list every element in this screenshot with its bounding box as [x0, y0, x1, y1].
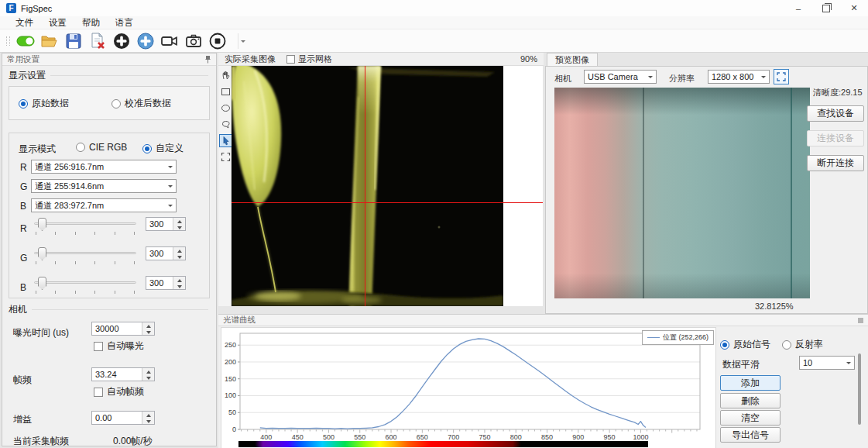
- menu-bar: 文件 设置 帮助 语言: [0, 16, 868, 29]
- spin-down-icon[interactable]: [173, 254, 185, 261]
- remove-button[interactable]: 删除: [720, 393, 781, 408]
- spin-up-icon[interactable]: [173, 247, 185, 254]
- select-tool-button[interactable]: [219, 134, 232, 147]
- auto-framerate-checkbox[interactable]: 自动帧频: [94, 385, 144, 398]
- menu-language[interactable]: 语言: [108, 17, 141, 29]
- spinner-arrows[interactable]: [142, 368, 154, 381]
- radio-reflectance[interactable]: 反射率: [782, 338, 823, 351]
- add-dark-button[interactable]: [111, 31, 132, 51]
- channel-r-select[interactable]: 通道 256:916.7nm: [31, 160, 177, 174]
- display-mode-label: 显示模式: [19, 143, 56, 156]
- auto-framerate-label: 自动帧频: [107, 385, 144, 398]
- framerate-value: 33.24: [92, 368, 142, 381]
- spinner-arrows[interactable]: [173, 247, 185, 260]
- gain-spinner[interactable]: 0.00: [91, 411, 155, 425]
- slider-b[interactable]: [34, 276, 136, 296]
- menu-help[interactable]: 帮助: [74, 17, 108, 29]
- radio-raw-signal[interactable]: 原始信号: [720, 338, 770, 351]
- svg-text:550: 550: [354, 433, 365, 440]
- title-bar: F FigSpec – ✕: [0, 0, 868, 16]
- menu-file[interactable]: 文件: [8, 17, 41, 29]
- spin-up-icon[interactable]: [173, 277, 185, 284]
- spin-up-icon[interactable]: [142, 412, 154, 419]
- pan-tool-button[interactable]: [219, 69, 232, 82]
- radio-custom[interactable]: 自定义: [142, 142, 184, 155]
- spinner-arrows[interactable]: [142, 412, 154, 424]
- spin-down-icon[interactable]: [173, 284, 185, 291]
- slider-r[interactable]: [34, 217, 136, 237]
- framerate-spinner[interactable]: 33.24: [91, 367, 155, 381]
- camera-select[interactable]: USB Camera: [584, 70, 657, 84]
- slider-g[interactable]: [34, 246, 136, 267]
- add-blue-button[interactable]: [135, 31, 156, 51]
- tab-preview-image[interactable]: 预览图像: [547, 53, 598, 67]
- radio-cie-rgb[interactable]: CIE RGB: [76, 142, 127, 153]
- rect-roi-button[interactable]: [219, 85, 232, 98]
- close-button[interactable]: ✕: [840, 0, 868, 16]
- preview-fullscreen-button[interactable]: [774, 69, 789, 84]
- panel-menu-icon[interactable]: [858, 318, 863, 323]
- resolution-select[interactable]: 1280 x 800: [708, 70, 770, 84]
- find-device-button[interactable]: 查找设备: [807, 105, 864, 122]
- stop-icon: [208, 31, 228, 51]
- spin-up-icon[interactable]: [142, 368, 154, 375]
- slider-r-label: R: [20, 223, 27, 234]
- channel-g-select[interactable]: 通道 255:914.6nm: [31, 179, 177, 193]
- radio-raw-signal-label: 原始信号: [733, 338, 770, 351]
- maximize-button[interactable]: [812, 0, 840, 16]
- slider-g-spinner[interactable]: 300: [146, 246, 186, 260]
- minimize-button[interactable]: –: [784, 0, 812, 16]
- spinner-arrows[interactable]: [173, 277, 185, 289]
- capture-viewport[interactable]: [232, 66, 543, 306]
- smoothing-select[interactable]: 10: [799, 356, 855, 370]
- slider-b-spinner[interactable]: 300: [146, 276, 186, 290]
- exposure-spinner[interactable]: 30000: [91, 322, 155, 336]
- slider-handle[interactable]: [38, 277, 46, 290]
- toolbar-more-icon[interactable]: [241, 40, 245, 45]
- capture-toggle-button[interactable]: [15, 31, 36, 51]
- clear-button[interactable]: 清空: [720, 410, 781, 426]
- slider-r-spinner[interactable]: 300: [146, 217, 186, 231]
- radio-raw-data[interactable]: 原始数据: [19, 97, 69, 110]
- captured-spectral-image: [232, 66, 503, 306]
- export-signal-button[interactable]: 导出信号: [720, 427, 781, 443]
- add-button[interactable]: 添加: [720, 375, 781, 391]
- radio-raw-data-label: 原始数据: [32, 97, 69, 110]
- spin-down-icon[interactable]: [142, 375, 154, 382]
- spin-down-icon[interactable]: [173, 225, 185, 232]
- spin-up-icon[interactable]: [142, 322, 154, 329]
- signal-list-scrollbar[interactable]: [858, 353, 861, 425]
- plus-circle-blue-icon: [136, 31, 156, 51]
- svg-text:700: 700: [448, 433, 459, 440]
- snapshot-button[interactable]: [183, 31, 204, 51]
- channel-b-select[interactable]: 通道 283:972.7nm: [31, 198, 177, 212]
- stop-record-button[interactable]: [207, 31, 228, 51]
- photo-camera-icon: [184, 31, 204, 51]
- toggle-on-icon: [15, 31, 36, 51]
- radio-calibrated-data[interactable]: 校准后数据: [112, 97, 171, 110]
- spinner-arrows[interactable]: [173, 218, 185, 230]
- svg-text:50: 50: [228, 408, 236, 416]
- polygon-roi-button[interactable]: [219, 118, 232, 131]
- ellipse-roi-button[interactable]: [219, 102, 232, 115]
- connect-device-button[interactable]: 连接设备: [807, 130, 864, 146]
- auto-exposure-checkbox[interactable]: 自动曝光: [94, 339, 144, 353]
- video-record-button[interactable]: [159, 31, 180, 51]
- save-button[interactable]: [63, 31, 84, 51]
- menu-settings[interactable]: 设置: [41, 17, 74, 29]
- spin-down-icon[interactable]: [142, 329, 154, 336]
- slider-handle[interactable]: [38, 247, 46, 260]
- save-floppy-icon: [63, 31, 84, 51]
- smoothing-label: 数据平滑: [722, 358, 760, 371]
- clear-document-button[interactable]: [87, 31, 108, 51]
- slider-groove: [34, 281, 136, 284]
- spinner-arrows[interactable]: [142, 322, 154, 335]
- pin-icon[interactable]: [204, 55, 211, 64]
- show-grid-checkbox[interactable]: 显示网格: [286, 53, 332, 65]
- disconnect-device-button[interactable]: 断开连接: [807, 155, 864, 171]
- spin-up-icon[interactable]: [173, 218, 185, 225]
- spin-down-icon[interactable]: [142, 419, 154, 426]
- fit-view-button[interactable]: [219, 150, 232, 164]
- open-file-button[interactable]: [39, 31, 60, 51]
- slider-handle[interactable]: [38, 218, 46, 231]
